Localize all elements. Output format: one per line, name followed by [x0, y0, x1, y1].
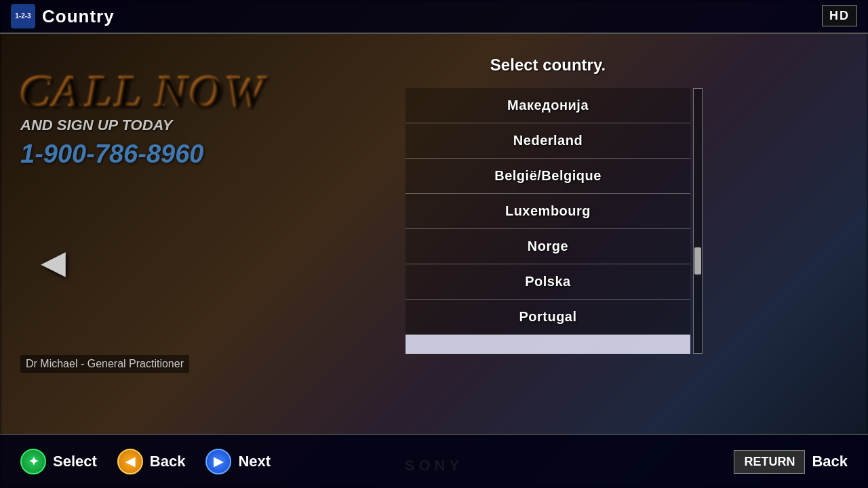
- return-button[interactable]: RETURN Back: [734, 450, 848, 474]
- logo-icon: 1-2-3: [11, 4, 35, 28]
- next-icon: ▶: [205, 449, 231, 474]
- bottom-bar: ✦ Select ◀ Back ▶ Next RETURN Back: [0, 434, 868, 488]
- back-label: Back: [150, 453, 186, 470]
- back-icon: ◀: [117, 449, 143, 474]
- hd-badge: HD: [822, 5, 857, 26]
- next-label: Next: [238, 453, 271, 470]
- select-label: Select: [53, 453, 97, 470]
- country-item[interactable]: Polska: [406, 264, 690, 300]
- scrollbar-thumb: [694, 247, 701, 274]
- left-arrow-button[interactable]: ◀: [41, 243, 66, 281]
- country-header: Select country.: [406, 56, 690, 75]
- country-list: МакедонијаNederlandBelgië/BelgiqueLuxemb…: [406, 88, 690, 354]
- page-title: Country: [42, 6, 115, 27]
- country-item[interactable]: Portugal: [406, 300, 690, 335]
- country-item[interactable]: Luxembourg: [406, 194, 690, 229]
- country-item[interactable]: België/Belgique: [406, 159, 690, 194]
- scrollbar-track[interactable]: [693, 88, 703, 354]
- return-text: Back: [812, 453, 848, 470]
- country-item[interactable]: Македонија: [406, 88, 690, 123]
- back-button[interactable]: ◀ Back: [117, 449, 186, 474]
- next-button[interactable]: ▶ Next: [205, 449, 271, 474]
- main-area: ◀ Select country. МакедонијаNederlandBel…: [0, 35, 868, 488]
- app-logo: 1-2-3 Country: [11, 4, 115, 28]
- country-list-container: МакедонијаNederlandBelgië/BelgiqueLuxemb…: [406, 88, 690, 354]
- select-button[interactable]: ✦ Select: [20, 449, 97, 474]
- country-item[interactable]: [406, 335, 690, 354]
- country-panel: Select country. МакедонијаNederlandBelgi…: [406, 56, 690, 354]
- country-item[interactable]: Nederland: [406, 123, 690, 159]
- return-label: RETURN: [734, 450, 805, 474]
- select-icon: ✦: [20, 449, 46, 474]
- country-item[interactable]: Norge: [406, 229, 690, 264]
- top-bar: 1-2-3 Country HD: [0, 0, 868, 34]
